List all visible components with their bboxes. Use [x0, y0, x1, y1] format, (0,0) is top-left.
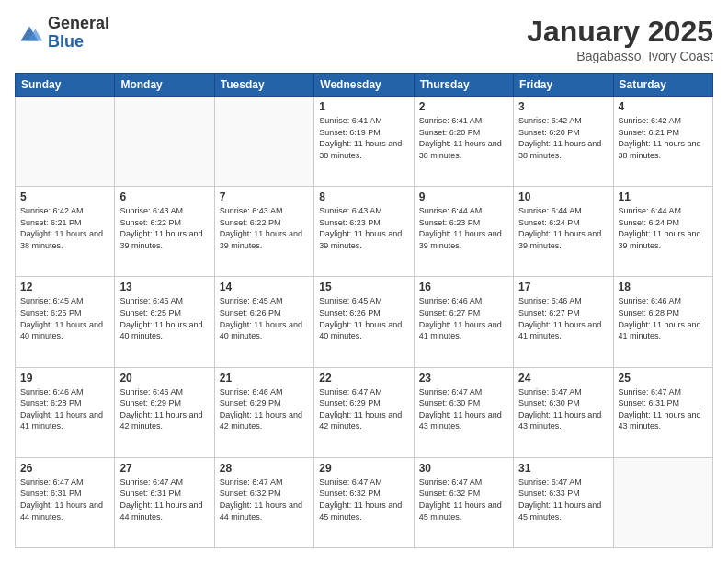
calendar-week-5: 26Sunrise: 6:47 AM Sunset: 6:31 PM Dayli…	[16, 457, 713, 547]
table-row: 14Sunrise: 6:45 AM Sunset: 6:26 PM Dayli…	[214, 277, 313, 367]
day-number: 1	[319, 100, 408, 113]
table-row	[214, 97, 313, 187]
day-info: Sunrise: 6:43 AM Sunset: 6:23 PM Dayligh…	[319, 205, 408, 251]
calendar-week-3: 12Sunrise: 6:45 AM Sunset: 6:25 PM Dayli…	[16, 277, 713, 367]
title-location: Bagabasso, Ivory Coast	[527, 49, 713, 63]
table-row: 16Sunrise: 6:46 AM Sunset: 6:27 PM Dayli…	[414, 277, 513, 367]
day-info: Sunrise: 6:42 AM Sunset: 6:20 PM Dayligh…	[518, 115, 608, 161]
day-info: Sunrise: 6:47 AM Sunset: 6:32 PM Dayligh…	[319, 477, 408, 523]
table-row: 11Sunrise: 6:44 AM Sunset: 6:24 PM Dayli…	[613, 187, 712, 277]
day-number: 22	[319, 372, 408, 385]
table-row: 9Sunrise: 6:44 AM Sunset: 6:23 PM Daylig…	[414, 187, 513, 277]
calendar-week-1: 1Sunrise: 6:41 AM Sunset: 6:19 PM Daylig…	[16, 97, 713, 187]
day-number: 18	[619, 281, 708, 293]
day-info: Sunrise: 6:46 AM Sunset: 6:28 PM Dayligh…	[20, 386, 109, 432]
table-row: 19Sunrise: 6:46 AM Sunset: 6:28 PM Dayli…	[16, 367, 115, 457]
day-number: 3	[518, 100, 608, 113]
day-number: 29	[319, 462, 408, 475]
table-row: 13Sunrise: 6:45 AM Sunset: 6:25 PM Dayli…	[115, 277, 214, 367]
day-number: 10	[518, 190, 608, 203]
day-number: 27	[119, 462, 209, 475]
day-number: 14	[220, 281, 309, 293]
day-info: Sunrise: 6:41 AM Sunset: 6:20 PM Dayligh…	[419, 115, 508, 161]
day-number: 17	[518, 281, 608, 293]
table-row: 10Sunrise: 6:44 AM Sunset: 6:24 PM Dayli…	[514, 187, 613, 277]
day-number: 2	[419, 100, 508, 113]
table-row: 26Sunrise: 6:47 AM Sunset: 6:31 PM Dayli…	[16, 457, 115, 547]
table-row: 5Sunrise: 6:42 AM Sunset: 6:21 PM Daylig…	[16, 187, 115, 277]
calendar-table: Sunday Monday Tuesday Wednesday Thursday…	[15, 73, 713, 548]
day-number: 25	[619, 372, 708, 385]
table-row: 25Sunrise: 6:47 AM Sunset: 6:31 PM Dayli…	[613, 367, 712, 457]
day-info: Sunrise: 6:47 AM Sunset: 6:31 PM Dayligh…	[20, 477, 109, 523]
table-row: 29Sunrise: 6:47 AM Sunset: 6:32 PM Dayli…	[314, 457, 414, 547]
day-number: 20	[119, 372, 209, 385]
col-monday: Monday	[115, 74, 214, 97]
day-number: 21	[220, 372, 309, 385]
table-row: 7Sunrise: 6:43 AM Sunset: 6:22 PM Daylig…	[214, 187, 313, 277]
col-sunday: Sunday	[16, 74, 115, 97]
day-number: 13	[119, 281, 209, 293]
day-number: 8	[319, 190, 408, 203]
day-info: Sunrise: 6:44 AM Sunset: 6:23 PM Dayligh…	[419, 205, 508, 251]
table-row: 4Sunrise: 6:42 AM Sunset: 6:21 PM Daylig…	[613, 97, 712, 187]
day-number: 26	[20, 462, 109, 475]
day-info: Sunrise: 6:42 AM Sunset: 6:21 PM Dayligh…	[20, 205, 109, 251]
day-info: Sunrise: 6:44 AM Sunset: 6:24 PM Dayligh…	[619, 205, 708, 251]
day-info: Sunrise: 6:47 AM Sunset: 6:32 PM Dayligh…	[220, 477, 309, 523]
day-number: 24	[518, 372, 608, 385]
day-number: 31	[518, 462, 608, 475]
day-info: Sunrise: 6:43 AM Sunset: 6:22 PM Dayligh…	[220, 205, 309, 251]
logo: General Blue	[15, 15, 109, 52]
calendar-week-4: 19Sunrise: 6:46 AM Sunset: 6:28 PM Dayli…	[16, 367, 713, 457]
table-row: 31Sunrise: 6:47 AM Sunset: 6:33 PM Dayli…	[514, 457, 613, 547]
day-info: Sunrise: 6:46 AM Sunset: 6:28 PM Dayligh…	[619, 295, 708, 341]
header: General Blue January 2025 Bagabasso, Ivo…	[15, 15, 713, 63]
day-info: Sunrise: 6:47 AM Sunset: 6:30 PM Dayligh…	[518, 386, 608, 432]
table-row: 28Sunrise: 6:47 AM Sunset: 6:32 PM Dayli…	[214, 457, 313, 547]
col-tuesday: Tuesday	[214, 74, 313, 97]
day-number: 30	[419, 462, 508, 475]
day-number: 5	[20, 190, 109, 203]
day-info: Sunrise: 6:46 AM Sunset: 6:27 PM Dayligh…	[419, 295, 508, 341]
table-row: 12Sunrise: 6:45 AM Sunset: 6:25 PM Dayli…	[16, 277, 115, 367]
page: General Blue January 2025 Bagabasso, Ivo…	[0, 0, 728, 563]
day-info: Sunrise: 6:45 AM Sunset: 6:25 PM Dayligh…	[119, 295, 209, 341]
table-row	[613, 457, 712, 547]
col-saturday: Saturday	[613, 74, 712, 97]
day-info: Sunrise: 6:46 AM Sunset: 6:29 PM Dayligh…	[220, 386, 309, 432]
title-month: January 2025	[527, 15, 713, 49]
logo-icon	[15, 20, 44, 46]
day-info: Sunrise: 6:47 AM Sunset: 6:31 PM Dayligh…	[619, 386, 708, 432]
day-info: Sunrise: 6:47 AM Sunset: 6:31 PM Dayligh…	[119, 477, 209, 523]
day-info: Sunrise: 6:46 AM Sunset: 6:29 PM Dayligh…	[119, 386, 209, 432]
table-row: 2Sunrise: 6:41 AM Sunset: 6:20 PM Daylig…	[414, 97, 513, 187]
col-friday: Friday	[514, 74, 613, 97]
table-row: 17Sunrise: 6:46 AM Sunset: 6:27 PM Dayli…	[514, 277, 613, 367]
table-row: 15Sunrise: 6:45 AM Sunset: 6:26 PM Dayli…	[314, 277, 414, 367]
day-number: 11	[619, 190, 708, 203]
table-row: 18Sunrise: 6:46 AM Sunset: 6:28 PM Dayli…	[613, 277, 712, 367]
col-wednesday: Wednesday	[314, 74, 414, 97]
day-number: 9	[419, 190, 508, 203]
table-row: 21Sunrise: 6:46 AM Sunset: 6:29 PM Dayli…	[214, 367, 313, 457]
day-info: Sunrise: 6:44 AM Sunset: 6:24 PM Dayligh…	[518, 205, 608, 251]
day-info: Sunrise: 6:47 AM Sunset: 6:32 PM Dayligh…	[419, 477, 508, 523]
day-info: Sunrise: 6:41 AM Sunset: 6:19 PM Dayligh…	[319, 115, 408, 161]
day-number: 4	[619, 100, 708, 113]
table-row: 8Sunrise: 6:43 AM Sunset: 6:23 PM Daylig…	[314, 187, 414, 277]
title-block: January 2025 Bagabasso, Ivory Coast	[527, 15, 713, 63]
col-thursday: Thursday	[414, 74, 513, 97]
table-row: 27Sunrise: 6:47 AM Sunset: 6:31 PM Dayli…	[115, 457, 214, 547]
day-info: Sunrise: 6:45 AM Sunset: 6:26 PM Dayligh…	[220, 295, 309, 341]
day-number: 28	[220, 462, 309, 475]
day-number: 23	[419, 372, 508, 385]
calendar-week-2: 5Sunrise: 6:42 AM Sunset: 6:21 PM Daylig…	[16, 187, 713, 277]
logo-general: General	[48, 15, 109, 33]
logo-text: General Blue	[48, 15, 109, 52]
table-row: 24Sunrise: 6:47 AM Sunset: 6:30 PM Dayli…	[514, 367, 613, 457]
table-row: 20Sunrise: 6:46 AM Sunset: 6:29 PM Dayli…	[115, 367, 214, 457]
day-info: Sunrise: 6:46 AM Sunset: 6:27 PM Dayligh…	[518, 295, 608, 341]
day-info: Sunrise: 6:47 AM Sunset: 6:29 PM Dayligh…	[319, 386, 408, 432]
table-row: 23Sunrise: 6:47 AM Sunset: 6:30 PM Dayli…	[414, 367, 513, 457]
